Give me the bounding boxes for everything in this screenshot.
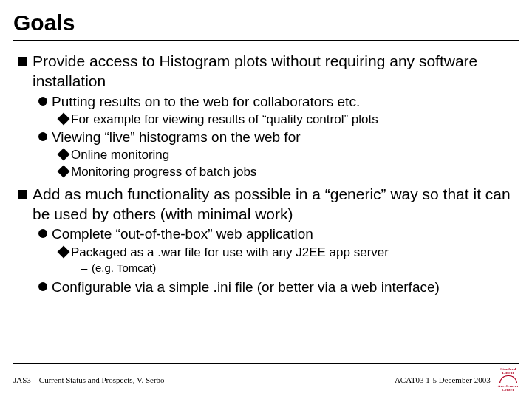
content-body: Provide access to Histogram plots withou… (13, 52, 519, 296)
bullet-text: Monitoring progress of batch jobs (71, 164, 256, 180)
diamond-bullet-icon (58, 113, 70, 126)
footer: JAS3 – Current Status and Prospects, V. … (13, 363, 519, 392)
circle-bullet-icon (38, 132, 47, 141)
bullet-level2: Configurable via a simple .ini file (or … (38, 279, 519, 296)
bullet-text: Provide access to Histogram plots withou… (33, 52, 519, 92)
bullet-text: Add as much functionality as possible in… (33, 185, 519, 225)
bullet-text: For example for viewing results of “qual… (71, 112, 378, 128)
bullet-level3: Packaged as a .war file for use with any… (59, 245, 519, 261)
bullet-text: Viewing “live” histograms on the web for (52, 129, 301, 146)
diamond-bullet-icon (58, 165, 70, 177)
title-divider (13, 40, 519, 41)
bullet-text: Complete “out-of-the-box” web applicatio… (52, 225, 313, 243)
footer-right: ACAT03 1-5 December 2003 Stanford Linear… (395, 367, 519, 392)
bullet-text: Packaged as a .war file for use with any… (71, 245, 389, 261)
bullet-level2: Complete “out-of-the-box” web applicatio… (38, 225, 519, 243)
logo-arch-icon (499, 375, 517, 383)
square-bullet-icon (18, 190, 27, 199)
bullet-level3: For example for viewing results of “qual… (59, 112, 519, 128)
bullet-text: (e.g. Tomcat) (92, 261, 156, 276)
bullet-level2: Putting results on to the web for collab… (38, 93, 519, 111)
bullet-level1: Provide access to Histogram plots withou… (18, 52, 519, 92)
bullet-level3: Monitoring progress of batch jobs (59, 164, 519, 180)
circle-bullet-icon (38, 97, 47, 106)
diamond-bullet-icon (58, 245, 70, 258)
dash-bullet-icon: – (81, 261, 89, 276)
bullet-text: Putting results on to the web for collab… (52, 93, 360, 111)
bullet-level1: Add as much functionality as possible in… (18, 185, 519, 225)
bullet-text: Online monitoring (71, 147, 169, 163)
footer-divider (13, 363, 519, 364)
bullet-level2: Viewing “live” histograms on the web for (38, 129, 519, 146)
footer-left-text: JAS3 – Current Status and Prospects, V. … (13, 375, 165, 384)
bullet-level3: Online monitoring (59, 147, 519, 163)
diamond-bullet-icon (58, 149, 70, 161)
logo-line: Center (502, 388, 515, 392)
circle-bullet-icon (38, 282, 47, 291)
bullet-text: Configurable via a simple .ini file (or … (52, 279, 440, 296)
footer-row: JAS3 – Current Status and Prospects, V. … (13, 367, 519, 392)
page-title: Goals (13, 10, 519, 35)
square-bullet-icon (18, 57, 27, 66)
slac-logo: Stanford Linear Accelerator Center (498, 367, 519, 392)
bullet-level4: – (e.g. Tomcat) (81, 261, 519, 276)
logo-line: Linear (502, 371, 514, 375)
slide: Goals Provide access to Histogram plots … (0, 0, 532, 399)
circle-bullet-icon (38, 229, 47, 238)
footer-right-text: ACAT03 1-5 December 2003 (395, 375, 491, 384)
